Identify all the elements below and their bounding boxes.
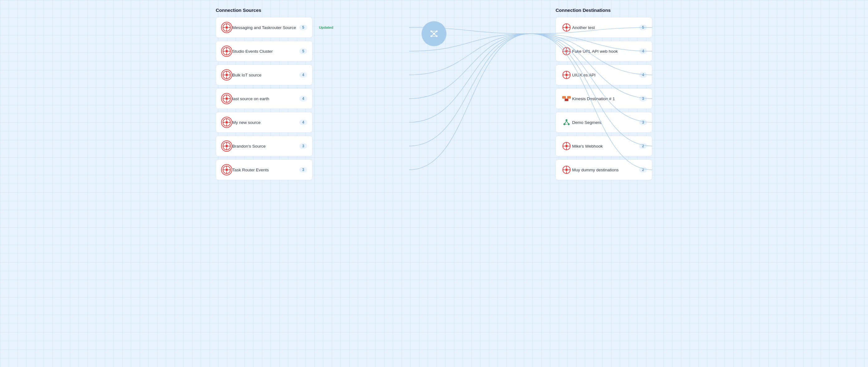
source-card-my-new[interactable]: My new source 4: [216, 112, 312, 133]
dest-label: Demo Segment: [572, 120, 639, 125]
dest-label: UIUX.es API: [572, 73, 639, 77]
svg-point-1: [225, 26, 228, 29]
sources-title: Connection Sources: [216, 7, 312, 13]
source-badge: 4: [299, 119, 307, 125]
dest-badge: 2: [639, 143, 647, 149]
source-label: Bulk IoT source: [232, 73, 299, 77]
svg-line-48: [434, 31, 437, 34]
svg-point-66: [565, 74, 568, 76]
destinations-title: Connection Destinations: [556, 7, 652, 13]
source-card-brandons[interactable]: Brandon's Source 3: [216, 136, 312, 157]
source-card-task-router[interactable]: Task Router Events 3: [216, 160, 312, 180]
dest-icon: [561, 140, 572, 152]
dest-badge: 3: [639, 119, 647, 125]
dest-card-demo-segment[interactable]: Demo Segment 3: [556, 112, 652, 133]
dest-badge: 4: [639, 48, 647, 54]
source-icon: [221, 93, 232, 104]
source-card-messaging[interactable]: Messaging and Taskrouter Source 5 Update…: [216, 17, 312, 38]
dest-card-mikes-webhook[interactable]: Mike's Webhook 2: [556, 136, 652, 157]
dest-card-another-test[interactable]: Another test 5: [556, 17, 652, 38]
dest-icon-kinesis: [561, 93, 572, 104]
sources-list: Messaging and Taskrouter Source 5 Update…: [216, 17, 312, 183]
source-badge: 5: [299, 25, 307, 30]
source-label: Studio Events Cluster: [232, 49, 299, 54]
source-badge: 4: [299, 72, 307, 78]
source-label: Brandon's Source: [232, 144, 299, 148]
svg-point-60: [565, 50, 568, 52]
hub-circle[interactable]: [422, 21, 446, 46]
dest-label: Fake URL API web hook: [572, 49, 639, 54]
svg-point-74: [565, 119, 567, 121]
svg-point-19: [225, 97, 228, 100]
dest-icon: [561, 22, 572, 33]
svg-point-84: [565, 169, 568, 171]
dest-label: Muy dummy destinations: [572, 168, 639, 172]
svg-point-31: [225, 145, 228, 147]
svg-line-50: [434, 34, 437, 36]
source-icon: [221, 46, 232, 57]
svg-line-49: [431, 34, 434, 36]
source-icon: [221, 69, 232, 81]
source-card-studio[interactable]: Studio Events Cluster 5: [216, 41, 312, 61]
source-icon: [221, 164, 232, 175]
destinations-list: Another test 5 Fake URL API web hook 4 U…: [556, 17, 652, 183]
dest-icon: [561, 69, 572, 81]
main-container: Connection Sources Messaging and Taskrou…: [216, 7, 652, 183]
dest-icon-green: [561, 117, 572, 128]
dest-icon: [561, 164, 572, 175]
dest-card-muy-dummy[interactable]: Muy dummy destinations 2: [556, 160, 652, 180]
source-label: last source on earth: [232, 96, 299, 101]
dest-card-uiux-api[interactable]: UIUX.es API 4: [556, 65, 652, 85]
source-label: Messaging and Taskrouter Source: [232, 25, 299, 30]
dest-badge: 5: [639, 25, 647, 30]
dest-badge: 4: [639, 72, 647, 78]
dest-label: Another test: [572, 25, 639, 30]
svg-point-7: [225, 50, 228, 52]
source-icon: [221, 140, 232, 152]
svg-point-13: [225, 74, 228, 76]
source-icon: [221, 117, 232, 128]
svg-rect-72: [567, 96, 571, 98]
svg-line-47: [431, 31, 434, 34]
svg-point-37: [225, 169, 228, 171]
dest-card-fake-url[interactable]: Fake URL API web hook 4: [556, 41, 652, 61]
destinations-column: Connection Destinations Another test 5 F…: [556, 7, 652, 183]
source-badge: 5: [299, 48, 307, 54]
source-card-last-source[interactable]: last source on earth 4: [216, 88, 312, 109]
svg-point-54: [565, 26, 568, 29]
dest-label: Kinesis Destination # 1: [572, 96, 639, 101]
svg-rect-73: [565, 98, 568, 101]
source-badge: 3: [299, 143, 307, 149]
svg-point-25: [225, 121, 228, 123]
sources-column: Connection Sources Messaging and Taskrou…: [216, 7, 312, 183]
dest-card-kinesis[interactable]: Kinesis Destination # 1 3: [556, 88, 652, 109]
center-area: [312, 7, 556, 182]
dest-label: Mike's Webhook: [572, 144, 639, 148]
source-label: My new source: [232, 120, 299, 125]
dest-badge: 2: [639, 167, 647, 173]
svg-rect-71: [562, 96, 566, 98]
hub-icon: [428, 28, 440, 39]
source-badge: 3: [299, 167, 307, 173]
source-card-bulk-iot[interactable]: Bulk IoT source 4: [216, 65, 312, 85]
source-label: Task Router Events: [232, 168, 299, 172]
dest-badge: 3: [639, 96, 647, 102]
source-icon: [221, 22, 232, 33]
source-badge: 4: [299, 96, 307, 102]
svg-point-78: [565, 145, 568, 147]
dest-icon: [561, 46, 572, 57]
